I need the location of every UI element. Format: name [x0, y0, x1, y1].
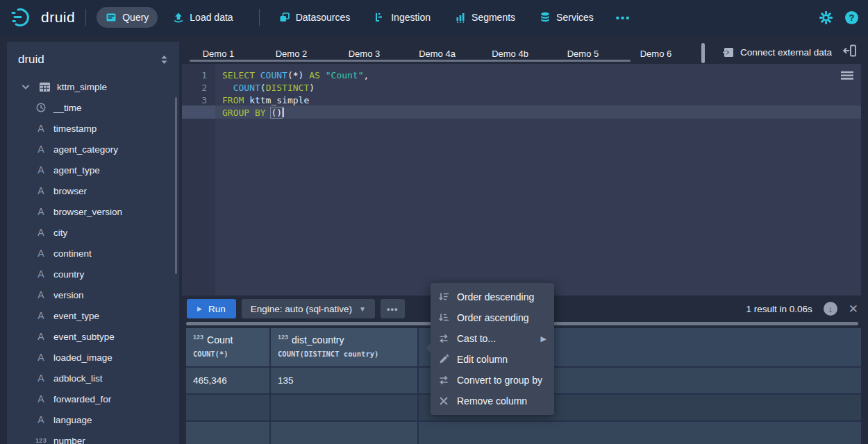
exchange-icon — [438, 333, 449, 344]
download-results-icon[interactable]: ↓ — [824, 302, 837, 316]
play-icon: ▶ — [197, 305, 202, 312]
string-type-icon: A — [35, 352, 47, 363]
column-name: browser_version — [53, 207, 122, 217]
menu-item-remove-column[interactable]: Remove column — [431, 391, 554, 411]
nav-right-group: ? — [819, 11, 858, 24]
tree-item-column[interactable]: A continent — [7, 243, 179, 264]
string-type-icon: A — [35, 289, 47, 300]
menu-item-cast-to[interactable]: Cast to... ▶ — [431, 328, 554, 349]
sql-editor[interactable]: 1 2 3 4 SELECT COUNT(*) AS "Count", COUN… — [182, 64, 861, 296]
tree-item-column[interactable]: A language — [7, 409, 179, 430]
column-name: continent — [53, 248, 92, 259]
column-header-dist-country[interactable]: 123dist_country COUNT(DISTINCT country) — [271, 328, 419, 366]
tree-item-column[interactable]: A adblock_list — [7, 368, 179, 388]
nav-load-data-label: Load data — [190, 12, 233, 23]
line-number: 1 — [182, 69, 215, 82]
numeric-type-icon: 123 — [278, 334, 288, 341]
run-button[interactable]: ▶ Run — [187, 299, 236, 318]
string-type-icon: A — [35, 414, 47, 425]
open-panel-icon[interactable] — [843, 44, 857, 58]
nav-more-button[interactable]: ••• — [609, 12, 638, 24]
menu-item-order-ascending[interactable]: Cast to... Order ascending — [431, 307, 554, 328]
tab-demo-3[interactable]: Demo 3 — [328, 47, 401, 59]
druid-logo[interactable]: druid — [10, 6, 75, 28]
menu-label: Order descending — [457, 291, 534, 302]
tree-item-column[interactable]: A browser — [7, 180, 179, 201]
empty-row — [186, 422, 861, 444]
tab-demo-5[interactable]: Demo 5 — [546, 47, 619, 59]
query-tab-bar: Demo 1 Demo 2 Demo 3 Demo 4a Demo 4b Dem… — [182, 42, 868, 64]
column-name: event_subtype — [53, 332, 115, 342]
column-header-count[interactable]: 123Count COUNT(*) — [186, 328, 271, 366]
column-name: browser — [53, 186, 87, 196]
query-icon — [106, 12, 117, 23]
nav-segments-label: Segments — [471, 12, 515, 23]
code-area[interactable]: SELECT COUNT(*) AS "Count", COUNT(DISTIN… — [215, 64, 861, 296]
datasources-icon — [279, 12, 290, 23]
column-formula: COUNT(*) — [193, 350, 262, 358]
string-type-icon: A — [35, 164, 47, 176]
nav-item-query[interactable]: Query — [97, 7, 158, 28]
tree-item-column[interactable]: A version — [7, 284, 179, 305]
tab-demo-4b[interactable]: Demo 4b — [474, 47, 546, 59]
nav-item-datasources[interactable]: Datasources — [270, 7, 360, 28]
tree-item-column[interactable]: A event_type — [7, 305, 179, 326]
help-icon[interactable]: ? — [845, 11, 858, 24]
nav-datasources-label: Datasources — [296, 12, 351, 23]
tree-item-column[interactable]: A loaded_image — [7, 347, 179, 368]
time-icon — [35, 103, 47, 112]
tree-item-column[interactable]: __time — [7, 97, 179, 118]
editor-menu-icon[interactable] — [840, 71, 854, 82]
tab-scrollbar[interactable] — [190, 60, 631, 62]
run-label: Run — [208, 304, 226, 314]
tree-item-table[interactable]: kttm_simple — [7, 76, 179, 97]
cell-count[interactable]: 465,346 — [186, 368, 271, 393]
tree-item-column[interactable]: A forwarded_for — [7, 388, 179, 409]
menu-item-convert-to-group-by[interactable]: Convert to group by — [431, 370, 554, 391]
menu-item-edit-column[interactable]: Edit column — [431, 349, 554, 370]
sort-toggle-icon[interactable] — [160, 55, 168, 65]
druid-logo-icon — [10, 6, 35, 28]
segments-icon — [455, 12, 466, 23]
sidebar-scrollbar[interactable] — [175, 97, 177, 274]
engine-select-button[interactable]: Engine: auto (sql-native) ▼ — [242, 299, 375, 318]
result-status: 1 result in 0.06s — [746, 304, 812, 314]
result-status-group: 1 result in 0.06s ↓ ✕ — [746, 302, 868, 316]
column-formula: COUNT(DISTINCT country) — [278, 350, 410, 358]
nav-item-services[interactable]: Services — [531, 7, 603, 28]
exchange-icon — [438, 375, 449, 386]
tab-demo-2[interactable]: Demo 2 — [255, 47, 328, 59]
column-name: language — [53, 415, 92, 425]
table-icon — [38, 83, 51, 92]
tab-demo-4a[interactable]: Demo 4a — [401, 47, 474, 59]
tree-item-column[interactable]: A agent_category — [7, 139, 179, 160]
menu-item-order-descending[interactable]: Order descending — [431, 287, 554, 307]
tree-item-column[interactable]: A city — [7, 222, 179, 243]
tree-item-column[interactable]: 123 number — [7, 430, 179, 444]
tab-demo-1[interactable]: Demo 1 — [182, 47, 255, 59]
schema-name: druid — [18, 53, 44, 67]
nav-item-segments[interactable]: Segments — [446, 7, 524, 28]
connect-external-data-button[interactable]: Connect external data — [717, 42, 837, 62]
string-type-icon: A — [35, 310, 47, 321]
sort-descending-icon — [438, 291, 449, 302]
cell-dist-country[interactable]: 135 — [271, 368, 419, 393]
edit-pencil-icon — [438, 354, 449, 365]
tree-item-column[interactable]: A timestamp — [7, 118, 179, 139]
close-results-icon[interactable]: ✕ — [849, 303, 858, 315]
tree-item-column[interactable]: A country — [7, 264, 179, 284]
settings-gear-icon[interactable] — [819, 11, 833, 24]
tree-item-column[interactable]: A browser_version — [7, 201, 179, 222]
tree-item-column[interactable]: A agent_type — [7, 160, 179, 180]
query-more-button[interactable]: ••• — [381, 299, 405, 318]
string-type-icon: A — [35, 185, 47, 196]
string-type-icon: A — [35, 268, 47, 280]
column-name: city — [53, 228, 67, 238]
tree-item-column[interactable]: A event_subtype — [7, 326, 179, 347]
tab-demo-6[interactable]: Demo 6 — [619, 47, 692, 59]
top-nav: druid Query Load data — [0, 0, 868, 35]
services-icon — [540, 12, 551, 23]
nav-item-ingestion[interactable]: Ingestion — [365, 7, 440, 28]
column-name: loaded_image — [53, 352, 112, 363]
nav-item-load-data[interactable]: Load data — [164, 7, 242, 28]
